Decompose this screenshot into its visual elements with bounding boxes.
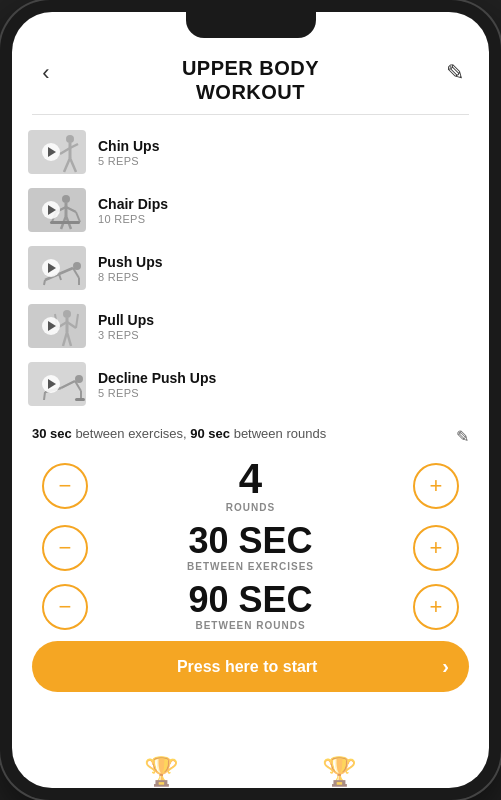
title-line1: UPPER BODY — [182, 57, 319, 79]
svg-point-6 — [62, 195, 70, 203]
rounds-increment-button[interactable]: + — [413, 463, 459, 509]
exercise-thumbnail[interactable] — [28, 130, 86, 174]
svg-rect-14 — [50, 221, 80, 224]
exercise-thumbnail[interactable] — [28, 362, 86, 406]
list-item: Pull Ups 3 REPS — [28, 297, 473, 355]
play-button[interactable] — [42, 143, 60, 161]
settings-row: 30 sec between exercises, 90 sec between… — [12, 415, 489, 452]
settings-edit-button[interactable]: ✎ — [448, 425, 469, 446]
exercise-name: Push Ups — [98, 254, 163, 270]
between-rounds-value-area: 90 SEC BETWEEN ROUNDS — [88, 582, 413, 631]
play-icon — [48, 321, 56, 331]
play-button[interactable] — [42, 201, 60, 219]
list-item: Chair Dips 10 REPS — [28, 181, 473, 239]
exercise-name: Decline Push Ups — [98, 370, 216, 386]
screen-content: ‹ UPPER BODYWORKOUT ✎ — [12, 12, 489, 788]
exercise-thumbnail[interactable] — [28, 304, 86, 348]
trophy-icon-right: 🏆 — [322, 755, 357, 788]
play-icon — [48, 263, 56, 273]
svg-line-27 — [76, 314, 78, 328]
svg-line-31 — [61, 381, 75, 388]
rounds-decrement-button[interactable]: − — [42, 463, 88, 509]
between-exercises-decrement-button[interactable]: − — [42, 525, 88, 571]
counters-section: − 4 ROUNDS + − 30 SEC BETWEEN EXERCISES … — [12, 452, 489, 631]
play-button[interactable] — [42, 375, 60, 393]
play-button[interactable] — [42, 259, 60, 277]
between-exercises-unit: BETWEEN EXERCISES — [187, 561, 314, 572]
exercise-info: Push Ups 8 REPS — [98, 254, 163, 283]
list-item: Decline Push Ups 5 REPS — [28, 355, 473, 413]
svg-line-29 — [67, 332, 71, 346]
play-icon — [48, 379, 56, 389]
exercise-name: Chin Ups — [98, 138, 159, 154]
svg-line-21 — [59, 274, 61, 280]
back-button[interactable]: ‹ — [32, 56, 60, 86]
svg-line-19 — [44, 280, 45, 285]
exercise-list: Chin Ups 5 REPS — [12, 123, 489, 413]
exercise-reps: 8 REPS — [98, 271, 163, 283]
exercise-info: Chin Ups 5 REPS — [98, 138, 159, 167]
exercise-info: Pull Ups 3 REPS — [98, 312, 154, 341]
play-icon — [48, 205, 56, 215]
between-rounds-counter-row: − 90 SEC BETWEEN ROUNDS + — [42, 582, 459, 631]
rounds-value: 4 — [239, 458, 262, 500]
rounds-unit: ROUNDS — [226, 502, 275, 513]
exercise-reps: 3 REPS — [98, 329, 154, 341]
exercise-reps: 5 REPS — [98, 155, 159, 167]
phone-frame: ‹ UPPER BODYWORKOUT ✎ — [0, 0, 501, 800]
svg-rect-36 — [75, 398, 85, 401]
svg-line-4 — [64, 158, 70, 172]
phone-screen: ‹ UPPER BODYWORKOUT ✎ — [12, 12, 489, 788]
exercise-name: Chair Dips — [98, 196, 168, 212]
list-item: Chin Ups 5 REPS — [28, 123, 473, 181]
exercise-thumbnail[interactable] — [28, 246, 86, 290]
start-button[interactable]: Press here to start › — [32, 641, 469, 692]
bottom-trophies: 🏆 🏆 — [12, 692, 489, 788]
header-divider — [32, 114, 469, 115]
between-exercises-value-area: 30 SEC BETWEEN EXERCISES — [88, 523, 413, 572]
header: ‹ UPPER BODYWORKOUT ✎ — [12, 48, 489, 114]
between-exercises-increment-button[interactable]: + — [413, 525, 459, 571]
play-icon — [48, 147, 56, 157]
between-rounds-decrement-button[interactable]: − — [42, 584, 88, 630]
start-button-label: Press here to start — [52, 658, 442, 676]
svg-line-16 — [59, 268, 73, 274]
title-line2: WORKOUT — [196, 81, 305, 103]
between-rounds-increment-button[interactable]: + — [413, 584, 459, 630]
exercise-reps: 10 REPS — [98, 213, 168, 225]
list-item: Push Ups 8 REPS — [28, 239, 473, 297]
exercise-info: Decline Push Ups 5 REPS — [98, 370, 216, 399]
between-exercises-value: 30 SEC — [188, 523, 312, 559]
svg-point-22 — [63, 310, 71, 318]
trophy-icon-left: 🏆 — [144, 755, 179, 788]
exercise-name: Pull Ups — [98, 312, 154, 328]
rounds-value-area: 4 ROUNDS — [88, 458, 413, 513]
between-rounds-value: 90 SEC — [188, 582, 312, 618]
settings-description: 30 sec between exercises, 90 sec between… — [32, 425, 448, 443]
svg-line-5 — [70, 158, 76, 172]
exercise-reps: 5 REPS — [98, 387, 216, 399]
svg-point-0 — [66, 135, 74, 143]
exercise-thumbnail[interactable] — [28, 188, 86, 232]
start-button-arrow: › — [442, 655, 449, 678]
rounds-counter-row: − 4 ROUNDS + — [42, 458, 459, 513]
exercise-info: Chair Dips 10 REPS — [98, 196, 168, 225]
svg-line-34 — [44, 392, 45, 400]
between-exercises-counter-row: − 30 SEC BETWEEN EXERCISES + — [42, 523, 459, 572]
edit-button[interactable]: ✎ — [441, 56, 469, 86]
between-rounds-unit: BETWEEN ROUNDS — [195, 620, 305, 631]
play-button[interactable] — [42, 317, 60, 335]
page-title: UPPER BODYWORKOUT — [60, 56, 441, 104]
svg-line-11 — [76, 212, 80, 222]
notch — [186, 12, 316, 38]
